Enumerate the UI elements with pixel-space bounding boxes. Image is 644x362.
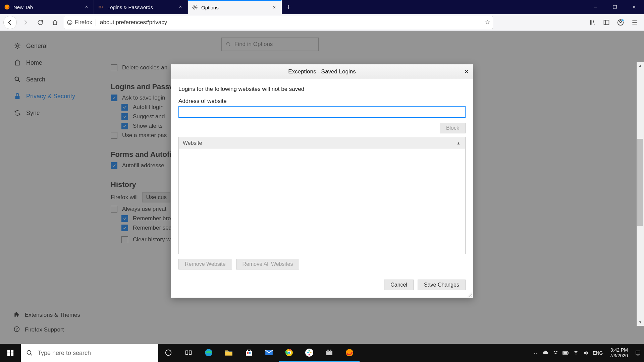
- svg-rect-42: [564, 352, 568, 354]
- url-text: about:preferences#privacy: [96, 19, 485, 26]
- system-tray: ︿ ENG 3:42 PM 7/3/2020: [532, 347, 644, 359]
- tab-logins[interactable]: Logins & Passwords ×: [94, 0, 188, 14]
- edge-icon[interactable]: [199, 344, 219, 362]
- clock-time: 3:42 PM: [610, 347, 628, 353]
- close-window-button[interactable]: ✕: [625, 0, 644, 14]
- svg-rect-24: [246, 351, 252, 356]
- language-indicator[interactable]: ENG: [593, 350, 603, 356]
- svg-rect-21: [189, 351, 191, 355]
- save-changes-button[interactable]: Save Changes: [418, 280, 466, 290]
- battery-icon[interactable]: [562, 350, 569, 356]
- svg-rect-25: [247, 352, 249, 354]
- gear-icon: [192, 4, 198, 10]
- tab-label: Logins & Passwords: [107, 4, 177, 10]
- windows-taskbar: Type here to search ︿ ENG 3:42 PM 7/3/20…: [0, 344, 644, 362]
- taskbar-apps: [158, 344, 360, 362]
- minimize-button[interactable]: ─: [586, 0, 605, 14]
- svg-rect-41: [568, 352, 569, 353]
- dropbox-icon[interactable]: [552, 350, 559, 356]
- svg-rect-4: [604, 20, 609, 24]
- exceptions-list[interactable]: Website ▲: [178, 137, 466, 254]
- task-view-icon[interactable]: [178, 344, 199, 362]
- list-header-website[interactable]: Website ▲: [179, 137, 465, 149]
- column-label: Website: [183, 140, 202, 146]
- dialog-close-button[interactable]: ✕: [464, 68, 469, 75]
- notifications-icon[interactable]: [635, 350, 641, 356]
- cancel-button[interactable]: Cancel: [384, 280, 414, 290]
- tab-label: Options: [201, 5, 271, 10]
- tab-options[interactable]: Options ×: [188, 0, 282, 14]
- menu-icon[interactable]: [629, 16, 641, 28]
- taskbar-search[interactable]: Type here to search: [21, 344, 158, 362]
- mail-icon[interactable]: [259, 344, 279, 362]
- tab-label: New Tab: [13, 4, 84, 10]
- remove-all-websites-button[interactable]: Remove All Websites: [236, 259, 300, 269]
- file-explorer-icon[interactable]: [219, 344, 239, 362]
- firefox-mono-icon: [67, 19, 73, 25]
- svg-point-19: [166, 350, 171, 356]
- svg-point-3: [67, 20, 72, 25]
- resize-grip-icon[interactable]: [468, 292, 472, 297]
- svg-point-1: [99, 6, 101, 8]
- chrome-icon[interactable]: [279, 344, 299, 362]
- volume-icon[interactable]: [583, 350, 589, 356]
- tab-new-tab[interactable]: New Tab ×: [0, 0, 94, 14]
- svg-rect-35: [309, 354, 310, 355]
- onedrive-icon[interactable]: [542, 350, 549, 356]
- store-icon[interactable]: [239, 344, 259, 362]
- svg-point-30: [288, 352, 290, 354]
- wifi-icon[interactable]: [573, 350, 579, 356]
- exceptions-dialog: Exceptions - Saved Logins ✕ Logins for t…: [171, 64, 473, 298]
- close-icon[interactable]: ×: [271, 4, 277, 10]
- taskbar-clock[interactable]: 3:42 PM 7/3/2020: [606, 347, 632, 359]
- svg-point-7: [622, 19, 624, 21]
- identity-label: Firefox: [75, 19, 92, 26]
- home-button[interactable]: [49, 16, 61, 28]
- key-icon: [98, 4, 104, 10]
- maximize-button[interactable]: ❐: [605, 0, 625, 14]
- search-icon: [26, 350, 33, 356]
- nav-toolbar: Firefox about:preferences#privacy ☆: [0, 14, 644, 31]
- remove-website-button[interactable]: Remove Website: [178, 259, 232, 269]
- svg-rect-37: [327, 350, 329, 352]
- dialog-title-text: Exceptions - Saved Logins: [288, 68, 356, 75]
- address-input[interactable]: [178, 106, 466, 118]
- tray-expand-icon[interactable]: ︿: [532, 350, 539, 356]
- new-tab-button[interactable]: +: [282, 0, 295, 14]
- svg-rect-20: [186, 351, 188, 355]
- bookmark-star-icon[interactable]: ☆: [485, 19, 490, 26]
- window-controls: ─ ❐ ✕: [586, 0, 644, 14]
- slack-icon[interactable]: [299, 344, 319, 362]
- identity-box[interactable]: Firefox: [67, 19, 96, 26]
- scroll-down-arrow-icon[interactable]: ▼: [637, 318, 644, 326]
- back-button[interactable]: [3, 16, 17, 29]
- block-button[interactable]: Block: [440, 123, 466, 133]
- svg-rect-32: [307, 352, 309, 353]
- firefox-taskbar-icon[interactable]: [339, 344, 360, 362]
- library-icon[interactable]: [586, 16, 598, 28]
- svg-rect-15: [11, 350, 13, 353]
- sidebar-icon[interactable]: [600, 16, 612, 28]
- titlebar: New Tab × Logins & Passwords × Options ×…: [0, 0, 644, 14]
- account-icon[interactable]: [614, 16, 627, 28]
- svg-point-18: [27, 351, 31, 355]
- dialog-description: Logins for the following websites will n…: [178, 86, 466, 93]
- dialog-titlebar: Exceptions - Saved Logins ✕: [171, 64, 473, 79]
- svg-point-6: [620, 20, 622, 22]
- close-icon[interactable]: ×: [177, 4, 183, 10]
- app-icon[interactable]: [319, 344, 339, 362]
- svg-rect-26: [249, 352, 251, 354]
- svg-point-0: [5, 5, 10, 10]
- svg-rect-33: [310, 352, 311, 353]
- vertical-scrollbar[interactable]: ▲ ▼: [637, 62, 644, 326]
- scroll-up-arrow-icon[interactable]: ▲: [637, 62, 644, 69]
- reload-button[interactable]: [34, 16, 46, 28]
- scrollbar-thumb[interactable]: [637, 139, 643, 226]
- svg-rect-23: [225, 352, 232, 352]
- tab-strip: New Tab × Logins & Passwords × Options ×…: [0, 0, 295, 14]
- start-button[interactable]: [0, 344, 21, 362]
- close-icon[interactable]: ×: [84, 4, 90, 10]
- url-bar[interactable]: Firefox about:preferences#privacy ☆: [64, 16, 493, 29]
- cortana-icon[interactable]: [158, 344, 178, 362]
- forward-button[interactable]: [19, 16, 32, 28]
